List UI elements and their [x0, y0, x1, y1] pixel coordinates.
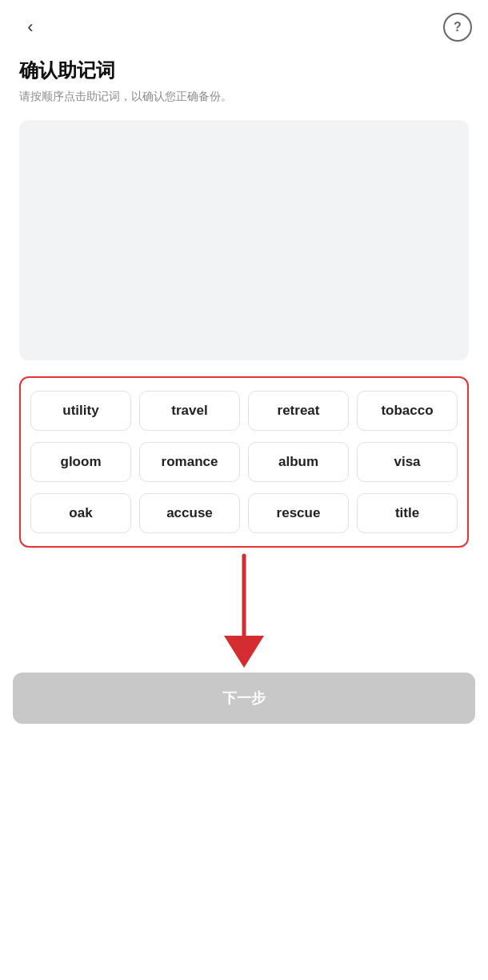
- page-title: 确认助记词: [19, 58, 469, 83]
- word-chip-visa[interactable]: visa: [357, 442, 458, 482]
- word-grid: utilitytravelretreattobaccogloomromancea…: [30, 391, 458, 533]
- word-grid-container: utilitytravelretreattobaccogloomromancea…: [19, 376, 469, 548]
- page-content: 确认助记词 请按顺序点击助记词，以确认您正确备份。 utilitytravelr…: [0, 50, 488, 548]
- page-subtitle: 请按顺序点击助记词，以确认您正确备份。: [19, 90, 469, 104]
- word-chip-retreat[interactable]: retreat: [248, 391, 349, 431]
- help-button[interactable]: ?: [443, 13, 472, 42]
- back-icon: ‹: [27, 17, 33, 38]
- word-chip-album[interactable]: album: [248, 442, 349, 482]
- word-chip-tobacco[interactable]: tobacco: [357, 391, 458, 431]
- word-chip-gloom[interactable]: gloom: [30, 442, 131, 482]
- selection-area: [19, 120, 469, 360]
- word-chip-travel[interactable]: travel: [139, 391, 240, 431]
- arrow-icon: [212, 548, 276, 676]
- header: ‹ ?: [0, 0, 488, 50]
- word-chip-accuse[interactable]: accuse: [139, 493, 240, 533]
- back-button[interactable]: ‹: [16, 13, 45, 42]
- word-chip-title[interactable]: title: [357, 493, 458, 533]
- word-chip-utility[interactable]: utility: [30, 391, 131, 431]
- word-chip-oak[interactable]: oak: [30, 493, 131, 533]
- help-icon: ?: [454, 20, 462, 34]
- word-chip-rescue[interactable]: rescue: [248, 493, 349, 533]
- bottom-area: 下一步: [0, 548, 488, 740]
- arrow-container: [0, 548, 488, 692]
- next-button[interactable]: 下一步: [13, 673, 475, 724]
- word-chip-romance[interactable]: romance: [139, 442, 240, 482]
- svg-marker-1: [224, 636, 264, 668]
